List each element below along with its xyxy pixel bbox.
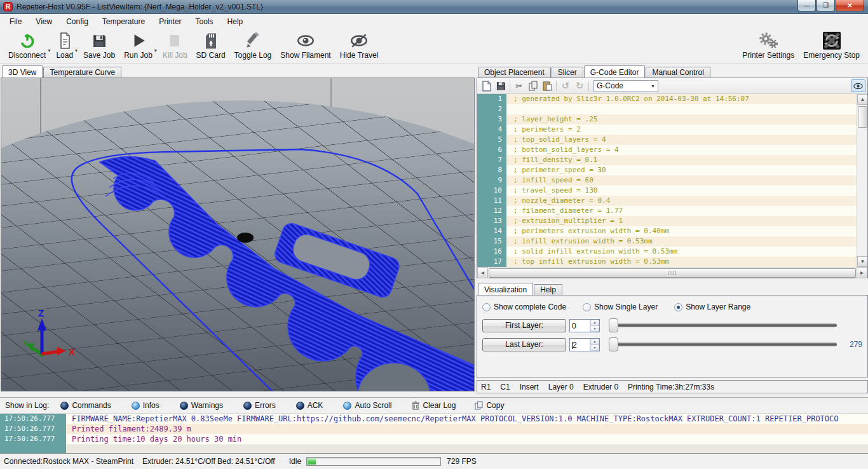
toggle-log-label: Toggle Log	[234, 51, 272, 60]
tab-gcode-editor[interactable]: G-Code Editor	[584, 65, 646, 78]
menu-printer[interactable]: Printer	[152, 15, 188, 28]
disconnect-label: Disconnect	[8, 51, 46, 60]
minimize-button[interactable]: —	[797, 0, 816, 11]
slider-handle[interactable]	[609, 318, 618, 332]
spin-down-icon[interactable]: ▼	[590, 325, 599, 332]
last-layer-spinner[interactable]: 2 ▲▼	[569, 338, 600, 351]
gcode-line: 6; bottom_solid_layers = 4	[477, 145, 867, 155]
sd-card-button[interactable]: SD Card	[192, 30, 230, 61]
save-job-button[interactable]: Save Job	[79, 30, 119, 61]
tab-manual-control[interactable]: Manual Control	[646, 67, 710, 78]
log-entry: 17:50:26.777FIRMWARE_NAME:RepetierMAX 0.…	[0, 414, 868, 424]
radio-show-complete-code[interactable]	[482, 303, 491, 311]
copy-log-button[interactable]: Copy	[475, 401, 504, 410]
new-file-icon[interactable]	[480, 79, 494, 92]
spin-down-icon[interactable]: ▼	[590, 344, 599, 351]
save-icon[interactable]	[494, 79, 508, 92]
paste-icon[interactable]	[540, 79, 554, 92]
scrollbar-thumb[interactable]	[489, 268, 856, 278]
window-title: Repetier-Host V0.95F - ListViewItem: {Ne…	[17, 3, 263, 11]
log-entries[interactable]: 17:50:26.777FIRMWARE_NAME:RepetierMAX 0.…	[0, 414, 868, 453]
menu-help[interactable]: Help	[220, 15, 250, 28]
tab-3d-view[interactable]: 3D View	[2, 65, 43, 78]
menu-bar: File View Config Temperature Printer Too…	[0, 14, 868, 29]
redo-icon[interactable]: ↻	[573, 79, 587, 92]
maximize-button[interactable]: ❐	[817, 0, 835, 11]
first-layer-spinner[interactable]: 0 ▲▼	[569, 319, 600, 332]
copy-icon[interactable]	[526, 79, 540, 92]
emergency-stop-button[interactable]: Emergency Stop	[799, 30, 864, 61]
toggle-auto-scroll[interactable]: Auto Scroll	[343, 401, 391, 410]
menu-view[interactable]: View	[29, 15, 59, 28]
toggle-warnings[interactable]: Warnings	[180, 401, 223, 410]
scroll-up-arrow[interactable]: ▲	[857, 94, 867, 105]
disconnect-button[interactable]: Disconnect	[4, 30, 50, 61]
viewport-3d[interactable]: Z X Y	[1, 78, 475, 391]
radio-show-single-layer[interactable]	[583, 303, 591, 311]
scroll-left-arrow[interactable]: ◄	[477, 268, 488, 278]
gcode-line: 3; layer_height = .25	[477, 114, 867, 125]
load-label: Load	[56, 51, 73, 60]
close-button[interactable]: ✕	[836, 0, 864, 11]
last-layer-button[interactable]: Last Layer:	[482, 338, 566, 351]
show-in-log-label: Show in Log:	[5, 401, 49, 410]
gcode-line: 7; fill_density = 0.1	[477, 155, 867, 165]
tab-visualization[interactable]: Visualization	[478, 283, 533, 295]
gcode-line: 16; solid infill extrusion width = 0.53m…	[477, 247, 867, 257]
scroll-right-arrow[interactable]: ►	[857, 268, 867, 278]
menu-tools[interactable]: Tools	[189, 15, 220, 28]
disconnect-dropdown-caret[interactable]: ▾	[48, 48, 50, 53]
toggle-infos[interactable]: Infos	[132, 401, 159, 410]
run-job-dropdown-caret[interactable]: ▾	[154, 48, 157, 53]
gcode-text-area[interactable]: 1; generated by Slic3r 1.0.0RC2 on 2014-…	[477, 94, 867, 267]
radio-label: Show Single Layer	[594, 302, 658, 311]
tab-slicer[interactable]: Slicer	[552, 67, 583, 78]
editor-horizontal-scrollbar[interactable]: ◄ ►	[477, 267, 867, 278]
toggle-log-button[interactable]: Toggle Log	[230, 30, 276, 61]
layer-indicator: Layer 0	[548, 383, 574, 391]
load-button[interactable]: Load	[51, 30, 78, 61]
menu-temperature[interactable]: Temperature	[95, 15, 152, 28]
hide-travel-button[interactable]: Hide Travel	[336, 30, 383, 61]
radio-show-layer-range[interactable]	[674, 303, 682, 311]
emergency-stop-label: Emergency Stop	[803, 51, 860, 60]
printing-time: Printing Time:3h:27m:33s	[628, 383, 714, 391]
spin-up-icon[interactable]: ▲	[590, 339, 599, 345]
gcode-section-combobox[interactable]: G-Code ▼	[593, 80, 658, 92]
visualization-tabstrip: Visualization Help	[477, 283, 868, 295]
toggle-commands[interactable]: Commands	[60, 401, 111, 410]
show-filament-button[interactable]: Show Filament	[276, 30, 335, 61]
tab-viz-help[interactable]: Help	[534, 284, 562, 295]
menu-file[interactable]: File	[3, 15, 29, 28]
first-layer-slider[interactable]	[609, 323, 837, 327]
cursor-col: C1	[500, 383, 510, 391]
tab-temperature-curve[interactable]: Temperature Curve	[43, 67, 121, 78]
clear-log-button[interactable]: Clear Log	[412, 401, 456, 410]
toggle-errors[interactable]: Errors	[243, 401, 276, 410]
chevron-down-icon: ▼	[651, 84, 655, 88]
printer-state: Idle	[289, 457, 301, 466]
menu-config[interactable]: Config	[59, 15, 95, 28]
spin-up-icon[interactable]: ▲	[590, 320, 599, 326]
title-bar[interactable]: R Repetier-Host V0.95F - ListViewItem: {…	[0, 0, 868, 14]
first-layer-button[interactable]: First Layer:	[482, 319, 566, 332]
editor-vertical-scrollbar[interactable]: ▲ ▼	[857, 94, 867, 267]
main-area: 3D View Temperature Curve	[0, 64, 868, 397]
scroll-down-arrow[interactable]: ▼	[857, 256, 867, 267]
undo-icon[interactable]: ↺	[559, 79, 573, 92]
pencil-icon	[245, 31, 261, 50]
kill-job-button[interactable]: Kill Job	[158, 30, 192, 61]
warnings-toggle-icon	[180, 402, 188, 410]
scrollbar-thumb[interactable]	[858, 106, 867, 128]
gcode-line: 14; perimeters extrusion width = 0.40mm	[477, 226, 867, 236]
log-entry: 17:50:26.777Printed filament:2489.39 m	[0, 424, 868, 434]
tab-object-placement[interactable]: Object Placement	[478, 67, 551, 78]
printer-settings-button[interactable]: Printer Settings	[738, 30, 799, 61]
toggle-ack[interactable]: ACK	[296, 401, 323, 410]
load-dropdown-caret[interactable]: ▾	[75, 48, 78, 53]
slider-handle[interactable]	[609, 337, 618, 351]
last-layer-slider[interactable]	[609, 343, 837, 346]
run-job-button[interactable]: Run Job	[119, 30, 157, 61]
cut-icon[interactable]: ✂	[512, 79, 526, 92]
editor-preview-eye-button[interactable]	[851, 79, 865, 92]
